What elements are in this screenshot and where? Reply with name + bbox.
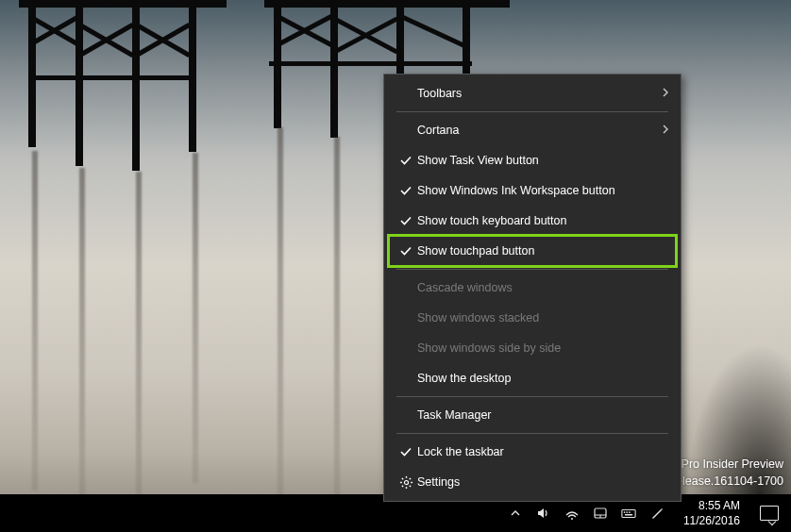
menu-item-lock-taskbar[interactable]: Lock the taskbar [385,437,680,467]
menu-label: Show touchpad button [417,244,670,258]
tray-chevron-up-icon[interactable] [508,506,523,521]
tray-volume-icon[interactable] [536,506,551,521]
menu-label: Show windows stacked [417,311,670,324]
menu-label: Settings [417,475,670,489]
watermark-line1: 0 Pro Insider Preview [665,456,783,474]
svg-line-17 [409,477,410,478]
tray-network-icon[interactable] [564,506,580,521]
gear-icon [395,475,417,490]
svg-point-9 [404,480,408,484]
taskbar-context-menu: Toolbars Cortana Show Task View button S… [383,74,682,502]
windows-watermark: 0 Pro Insider Preview erelease.161104-17… [665,456,783,491]
taskbar-clock[interactable]: 8:55 AM 11/26/2016 [678,498,746,528]
menu-label: Show touch keyboard button [417,214,670,227]
menu-item-cascade-windows: Cascade windows [385,273,680,303]
menu-label: Lock the taskbar [417,445,670,458]
menu-label: Show windows side by side [417,341,670,355]
menu-separator [396,433,668,434]
taskbar-time: 8:55 AM [698,498,740,513]
menu-label: Toolbars [417,87,655,100]
menu-label: Show Windows Ink Workspace button [417,184,670,197]
chevron-right-icon [655,88,670,99]
check-icon [395,214,417,227]
tray-ink-icon[interactable] [649,506,665,521]
action-center-icon[interactable] [759,506,780,521]
menu-separator [396,396,668,397]
menu-item-task-manager[interactable]: Task Manager [385,400,680,430]
tray-keyboard-icon[interactable] [621,506,636,521]
menu-separator [396,111,668,112]
menu-label: Cortana [417,124,655,137]
system-tray: 8:55 AM 11/26/2016 [508,498,787,528]
check-icon [395,154,417,167]
check-icon [395,445,417,458]
svg-line-15 [409,485,410,486]
menu-item-cortana[interactable]: Cortana [385,115,680,145]
check-icon [395,244,417,258]
menu-item-show-touch-keyboard[interactable]: Show touch keyboard button [385,206,680,236]
menu-item-show-task-view[interactable]: Show Task View button [385,145,680,175]
check-icon [395,184,417,197]
menu-item-windows-side-by-side: Show windows side by side [385,333,680,363]
svg-rect-4 [622,509,635,517]
svg-point-0 [571,518,573,520]
menu-item-windows-stacked: Show windows stacked [385,303,680,333]
menu-item-show-desktop[interactable]: Show the desktop [385,363,680,393]
chevron-right-icon [655,125,670,136]
svg-line-14 [401,477,402,478]
watermark-line2: erelease.161104-1700 [665,473,783,490]
tray-touchpad-icon[interactable] [593,506,608,521]
menu-label: Cascade windows [417,281,670,294]
taskbar-date: 11/26/2016 [683,513,740,528]
menu-separator [396,269,668,270]
menu-item-show-touchpad[interactable]: Show touchpad button [385,236,680,266]
menu-item-settings[interactable]: Settings [385,467,680,497]
menu-item-toolbars[interactable]: Toolbars [385,78,680,108]
menu-item-show-ink-workspace[interactable]: Show Windows Ink Workspace button [385,175,680,206]
menu-label: Show Task View button [417,154,670,167]
menu-label: Show the desktop [417,372,670,385]
svg-line-16 [401,485,402,486]
menu-label: Task Manager [417,408,670,422]
